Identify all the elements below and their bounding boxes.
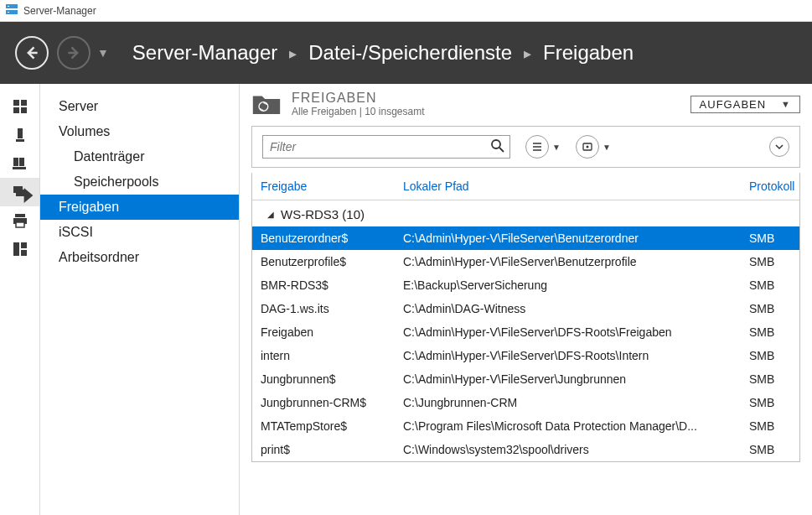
- cell-path: C:\Admin\Hyper-V\FileServer\Benutzerprof…: [395, 255, 741, 268]
- sidebar-item-server[interactable]: Server: [40, 94, 239, 119]
- sidebar-item-volumes[interactable]: Volumes: [40, 119, 239, 144]
- filter-input[interactable]: [262, 135, 510, 159]
- svg-rect-20: [13, 242, 19, 256]
- iconbar-local[interactable]: [0, 121, 39, 149]
- cell-share: MTATempStore$: [252, 419, 395, 433]
- svg-point-30: [586, 146, 588, 148]
- sidebar: Server Volumes Datenträger Speicherpools…: [40, 84, 240, 515]
- section-head: FREIGABEN Alle Freigaben | 10 insgesamt …: [240, 84, 812, 122]
- table-row[interactable]: Benutzerprofile$C:\Admin\Hyper-V\FileSer…: [252, 250, 799, 273]
- collapse-triangle-icon: ◢: [267, 210, 274, 219]
- cell-proto: SMB: [741, 302, 799, 315]
- cell-proto: SMB: [741, 372, 799, 386]
- col-header-path[interactable]: Lokaler Pfad: [395, 173, 741, 200]
- cell-share: Benutzerordner$: [252, 231, 395, 245]
- chevron-right-icon: ▸: [289, 44, 297, 63]
- cell-proto: SMB: [741, 396, 799, 409]
- table-row[interactable]: Jungbrunnen-CRM$C:\Jungbrunnen-CRMSMB: [252, 391, 799, 414]
- content-area: FREIGABEN Alle Freigaben | 10 insgesamt …: [240, 84, 812, 515]
- svg-rect-8: [13, 107, 19, 113]
- expand-collapse-button[interactable]: [769, 137, 789, 157]
- cell-share: print$: [252, 443, 395, 456]
- cell-path: C:\Program Files\Microsoft Data Protecti…: [395, 419, 741, 433]
- nav-history-dropdown[interactable]: ▼: [97, 46, 109, 60]
- table-row[interactable]: Jungbrunnen$C:\Admin\Hyper-V\FileServer\…: [252, 367, 799, 391]
- cell-path: C:\Admin\Hyper-V\FileServer\DFS-Roots\In…: [395, 349, 741, 362]
- col-header-share[interactable]: Freigabe: [252, 173, 395, 200]
- svg-rect-14: [13, 167, 26, 169]
- svg-rect-4: [29, 52, 38, 55]
- table-row[interactable]: MTATempStore$C:\Program Files\Microsoft …: [252, 414, 799, 438]
- iconbar-print[interactable]: [0, 206, 39, 235]
- sidebar-item-pools[interactable]: Speicherpools: [40, 169, 239, 195]
- sidebar-item-disks[interactable]: Datenträger: [40, 144, 239, 169]
- back-button[interactable]: [15, 36, 49, 70]
- svg-line-25: [499, 148, 504, 152]
- svg-rect-11: [16, 139, 24, 142]
- cell-proto: SMB: [741, 349, 799, 362]
- breadcrumb-c[interactable]: Freigaben: [543, 41, 634, 65]
- iconbar-other[interactable]: [0, 235, 39, 263]
- shares-folder-icon: [251, 91, 282, 117]
- table-row[interactable]: BMR-RDS3$E:\Backup\ServerSicherungSMB: [252, 273, 799, 297]
- cell-share: Benutzerprofile$: [252, 255, 395, 268]
- cell-path: E:\Backup\ServerSicherung: [395, 278, 741, 292]
- view-target-button[interactable]: [576, 135, 599, 159]
- chevron-right-icon: [21, 188, 36, 205]
- iconbar-dashboard[interactable]: [0, 92, 39, 121]
- table-row[interactable]: DAG-1.ws.itsC:\Admin\DAG-WitnessSMB: [252, 297, 799, 320]
- svg-rect-12: [13, 158, 18, 166]
- svg-rect-2: [8, 6, 9, 7]
- cell-proto: SMB: [741, 325, 799, 339]
- cell-path: C:\Admin\Hyper-V\FileServer\Benutzerordn…: [395, 231, 741, 245]
- header-band: ▼ Server-Manager ▸ Datei-/Speicherdienst…: [0, 22, 812, 84]
- svg-rect-19: [16, 222, 24, 227]
- sidebar-item-shares[interactable]: Freigaben: [40, 195, 239, 220]
- iconbar-all[interactable]: [0, 149, 39, 178]
- breadcrumb-b[interactable]: Datei-/Speicherdienste: [308, 41, 512, 65]
- svg-rect-10: [18, 128, 23, 138]
- cell-proto: SMB: [741, 255, 799, 268]
- sidebar-item-iscsi[interactable]: iSCSI: [40, 220, 239, 245]
- svg-point-24: [492, 140, 500, 148]
- window-title: Server-Manager: [23, 5, 96, 17]
- cell-share: Jungbrunnen-CRM$: [252, 396, 395, 409]
- section-heading: FREIGABEN: [292, 91, 680, 106]
- tasks-label: AUFGABEN: [700, 98, 767, 111]
- sidebar-item-workfolders[interactable]: Arbeitsordner: [40, 245, 239, 270]
- cell-share: BMR-RDS3$: [252, 278, 395, 292]
- svg-rect-21: [21, 242, 27, 248]
- table-header: Freigabe Lokaler Pfad Protokoll: [252, 173, 799, 200]
- toolbar: ▼ ▼: [251, 126, 800, 168]
- search-icon[interactable]: [490, 138, 505, 156]
- iconbar: [0, 84, 40, 515]
- cell-share: intern: [252, 349, 395, 362]
- forward-button[interactable]: [57, 36, 91, 70]
- chevron-down-icon: ▼: [781, 99, 791, 109]
- titlebar: Server-Manager: [0, 0, 812, 22]
- svg-rect-13: [19, 158, 24, 166]
- svg-rect-7: [21, 100, 27, 106]
- chevron-down-icon[interactable]: ▼: [603, 143, 611, 152]
- svg-rect-17: [15, 214, 25, 217]
- view-list-button[interactable]: [525, 135, 549, 159]
- chevron-right-icon: ▸: [524, 44, 531, 63]
- breadcrumb-a[interactable]: Server-Manager: [132, 41, 277, 65]
- table-row[interactable]: Benutzerordner$C:\Admin\Hyper-V\FileServ…: [252, 226, 799, 250]
- section-subtitle: Alle Freigaben | 10 insgesamt: [292, 106, 680, 117]
- chevron-down-icon[interactable]: ▼: [552, 143, 561, 152]
- table-row[interactable]: FreigabenC:\Admin\Hyper-V\FileServer\DFS…: [252, 320, 799, 344]
- cell-share: Jungbrunnen$: [252, 372, 395, 386]
- col-header-proto[interactable]: Protokoll: [741, 173, 799, 200]
- group-row[interactable]: ◢ WS-RDS3 (10): [252, 200, 799, 226]
- cell-share: DAG-1.ws.its: [252, 302, 395, 315]
- cell-path: C:\Windows\system32\spool\drivers: [395, 443, 741, 456]
- server-manager-icon: [5, 3, 18, 18]
- cell-path: C:\Admin\DAG-Witness: [395, 302, 741, 315]
- table-row[interactable]: internC:\Admin\Hyper-V\FileServer\DFS-Ro…: [252, 344, 799, 367]
- svg-rect-6: [13, 100, 19, 106]
- iconbar-file-services[interactable]: [0, 178, 39, 206]
- tasks-dropdown[interactable]: AUFGABEN ▼: [690, 96, 800, 113]
- group-label: WS-RDS3 (10): [281, 207, 365, 221]
- table-row[interactable]: print$C:\Windows\system32\spool\driversS…: [252, 438, 799, 461]
